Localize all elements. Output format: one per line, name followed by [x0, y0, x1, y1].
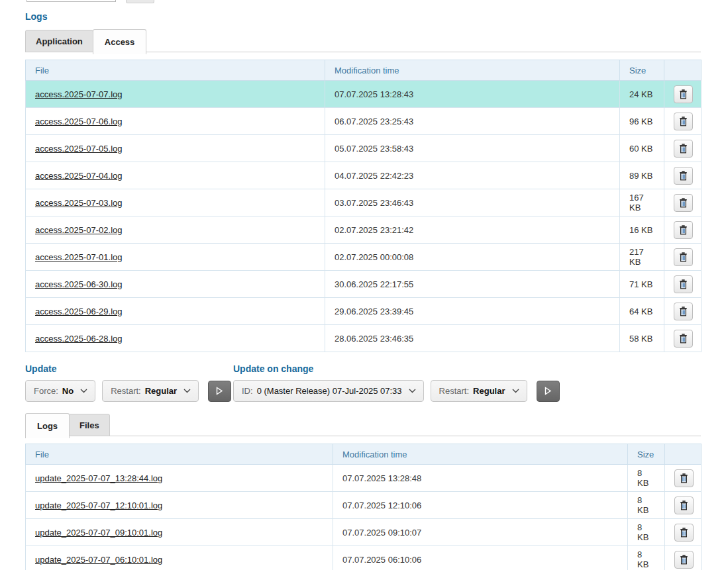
tab-application[interactable]: Application	[25, 30, 93, 52]
delete-file-button[interactable]	[674, 194, 693, 212]
update-logs-table: File Modification time Size update_2025-…	[25, 444, 702, 570]
modification-time-cell: 07.07.2025 13:28:48	[333, 465, 628, 492]
logs-tabbar: Application Access	[25, 30, 701, 54]
trash-icon	[679, 334, 688, 344]
modification-time-cell: 30.06.2025 22:17:55	[325, 271, 620, 298]
release-id-select-label: ID:	[242, 386, 253, 396]
delete-file-button[interactable]	[674, 113, 693, 130]
modification-time-cell: 02.07.2025 00:00:08	[325, 244, 620, 271]
log-file-link[interactable]: update_2025-07-07_12:10:01.log	[35, 500, 162, 510]
update-on-change-section: Update on change ID: 0 (Master Release) …	[233, 363, 560, 402]
log-file-link[interactable]: access.2025-07-03.log	[35, 198, 123, 208]
file-size-cell: 217 KB	[620, 244, 664, 271]
force-select[interactable]: Force: No	[25, 380, 95, 402]
modification-time-cell: 07.07.2025 09:10:07	[333, 519, 628, 546]
trash-icon	[679, 171, 688, 181]
partial-text-input[interactable]	[26, 0, 116, 2]
delete-file-button[interactable]	[674, 275, 693, 293]
log-file-link[interactable]: access.2025-07-01.log	[35, 252, 123, 262]
table-row: access.2025-07-05.log 05.07.2025 23:58:4…	[26, 135, 702, 162]
log-file-link[interactable]: update_2025-07-07_13:28:44.log	[35, 473, 162, 483]
delete-file-button[interactable]	[674, 551, 694, 569]
tab-files[interactable]: Files	[69, 414, 110, 436]
column-header-size: Size	[628, 444, 665, 465]
run-update-on-change-button[interactable]	[537, 381, 560, 402]
table-row: access.2025-07-07.log 07.07.2025 13:28:4…	[26, 81, 702, 108]
table-row: access.2025-07-06.log 06.07.2025 23:25:4…	[26, 108, 702, 135]
log-file-link[interactable]: access.2025-07-06.log	[35, 117, 123, 126]
chevron-down-icon	[183, 389, 191, 393]
log-file-link[interactable]: access.2025-06-29.log	[35, 307, 123, 316]
file-size-cell: 16 KB	[620, 216, 664, 244]
file-size-cell: 71 KB	[620, 271, 664, 298]
restart-on-change-select-label: Restart:	[439, 386, 470, 396]
table-header-row: File Modification time Size	[26, 60, 702, 81]
modification-time-cell: 07.07.2025 12:10:06	[333, 492, 628, 519]
table-row: update_2025-07-07_12:10:01.log 07.07.202…	[26, 492, 702, 519]
column-header-file: File	[26, 444, 333, 465]
file-size-cell: 8 KB	[628, 492, 665, 519]
delete-file-button[interactable]	[674, 248, 693, 266]
trash-icon	[680, 528, 688, 538]
access-logs-table: File Modification time Size access.2025-…	[25, 60, 702, 352]
file-size-cell: 58 KB	[620, 325, 664, 352]
log-file-link[interactable]: update_2025-07-07_09:10:01.log	[35, 528, 162, 538]
delete-file-button[interactable]	[674, 85, 693, 103]
column-header-modification-time: Modification time	[333, 444, 628, 465]
trash-icon	[679, 252, 688, 262]
trash-icon	[679, 117, 688, 126]
table-row: access.2025-07-02.log 02.07.2025 23:21:4…	[26, 216, 702, 244]
table-row: access.2025-07-03.log 03.07.2025 23:46:4…	[26, 189, 702, 216]
delete-file-button[interactable]	[674, 303, 693, 320]
chevron-down-icon	[409, 389, 416, 393]
column-header-size: Size	[620, 60, 664, 81]
log-file-link[interactable]: access.2025-06-30.log	[35, 279, 123, 289]
log-file-link[interactable]: update_2025-07-07_06:10:01.log	[35, 555, 162, 565]
release-id-select-value: 0 (Master Release) 07-Jul-2025 07:33	[257, 386, 402, 396]
chevron-down-icon	[512, 389, 519, 393]
tab-access[interactable]: Access	[93, 29, 147, 54]
update-section: Update Force: No Restart: Regular	[25, 363, 233, 402]
delete-file-button[interactable]	[674, 497, 694, 514]
modification-time-cell: 07.07.2025 13:28:43	[325, 81, 620, 108]
release-id-select[interactable]: ID: 0 (Master Release) 07-Jul-2025 07:33	[233, 380, 424, 402]
restart-select-label: Restart:	[111, 386, 141, 396]
delete-file-button[interactable]	[674, 469, 694, 487]
partial-button[interactable]	[126, 0, 154, 3]
modification-time-cell: 03.07.2025 23:46:43	[325, 189, 620, 216]
trash-icon	[679, 279, 688, 289]
delete-file-button[interactable]	[674, 524, 694, 542]
delete-file-button[interactable]	[674, 140, 693, 158]
update-section-title: Update	[25, 363, 233, 374]
trash-icon	[679, 307, 688, 316]
file-size-cell: 96 KB	[620, 108, 664, 135]
log-file-link[interactable]: access.2025-07-07.log	[35, 89, 123, 99]
logs-section-title: Logs	[25, 0, 701, 22]
log-file-link[interactable]: access.2025-06-28.log	[35, 334, 123, 344]
tab-logs[interactable]: Logs	[25, 413, 70, 438]
file-size-cell: 60 KB	[620, 135, 664, 162]
force-select-value: No	[62, 386, 74, 396]
modification-time-cell: 02.07.2025 23:21:42	[325, 216, 620, 244]
table-row: update_2025-07-07_09:10:01.log 07.07.202…	[26, 519, 702, 546]
file-size-cell: 8 KB	[628, 546, 665, 570]
chevron-down-icon	[80, 389, 87, 393]
restart-on-change-select[interactable]: Restart: Regular	[431, 380, 527, 402]
play-icon	[545, 387, 552, 395]
trash-icon	[680, 555, 688, 565]
delete-file-button[interactable]	[674, 167, 693, 185]
log-file-link[interactable]: access.2025-07-02.log	[35, 225, 123, 235]
table-row: access.2025-06-28.log 28.06.2025 23:46:3…	[26, 325, 702, 352]
restart-select[interactable]: Restart: Regular	[102, 380, 199, 402]
file-size-cell: 8 KB	[628, 519, 665, 546]
restart-select-value: Regular	[145, 386, 177, 396]
delete-file-button[interactable]	[674, 330, 693, 348]
run-update-button[interactable]	[208, 381, 231, 402]
log-file-link[interactable]: access.2025-07-04.log	[35, 171, 123, 181]
log-file-link[interactable]: access.2025-07-05.log	[35, 144, 123, 154]
modification-time-cell: 07.07.2025 06:10:06	[333, 546, 628, 570]
delete-file-button[interactable]	[674, 221, 693, 239]
column-header-actions	[665, 444, 702, 465]
trash-icon	[679, 198, 688, 208]
modification-time-cell: 06.07.2025 23:25:43	[325, 108, 620, 135]
